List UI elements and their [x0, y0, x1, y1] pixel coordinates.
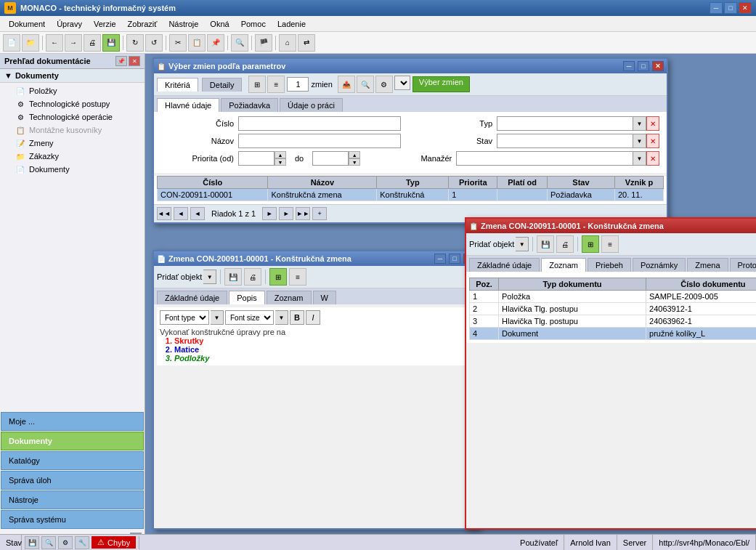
tab-udaje-o-praci[interactable]: Údaje o práci [280, 98, 343, 112]
cut-button[interactable]: ✂ [169, 34, 187, 52]
nav-katalogy[interactable]: Katalógy [1, 451, 144, 470]
typ-input[interactable] [497, 116, 633, 131]
doc-save-btn[interactable]: 💾 [224, 268, 242, 286]
stav-dropdown-btn[interactable]: ▼ [633, 134, 646, 148]
search-button[interactable]: 🔍 [231, 34, 248, 52]
priorita-od-up[interactable]: ▲ [275, 151, 286, 158]
copy-button[interactable]: 📋 [188, 34, 206, 52]
priorita-do-up[interactable]: ▲ [349, 151, 360, 158]
chg-table-row-2[interactable]: 2 Hlavička Tlg. postupu 24063912-1 [470, 303, 757, 315]
tree-item-montazne[interactable]: 📋 Montážne kusovníky [0, 124, 145, 137]
font-size-dropdown[interactable]: ▼ [275, 310, 288, 325]
doc-tab-zoznam[interactable]: Zoznam [267, 291, 312, 304]
menu-upravy[interactable]: Úpravy [51, 16, 88, 31]
nazov-input[interactable] [238, 134, 401, 148]
manazer-clear-btn[interactable]: ✕ [646, 151, 659, 166]
last-btn[interactable]: ►► [296, 207, 310, 220]
manazer-dropdown-btn[interactable]: ▼ [633, 151, 646, 166]
add-object-dropdown[interactable]: ▼ [203, 270, 216, 284]
font-type-select[interactable]: Font type [160, 310, 209, 325]
filter-btn[interactable]: 🔍 [357, 76, 374, 93]
menu-dokument[interactable]: Dokument [3, 16, 51, 31]
list-view-btn[interactable]: ≡ [267, 76, 285, 93]
table-row[interactable]: CON-200911-00001 Konštrukčná zmena Konšt… [158, 189, 664, 201]
grid-view-btn[interactable]: ⊞ [248, 76, 266, 93]
doc-tab-w[interactable]: W [313, 291, 336, 304]
editor-content-area[interactable]: Vykonať konštrukčné úpravy pre na Skrutk… [160, 328, 472, 363]
menu-pomoc[interactable]: Pomoc [235, 16, 272, 31]
close-button[interactable]: ✕ [739, 2, 752, 14]
typ-clear-btn[interactable]: ✕ [646, 116, 659, 131]
italic-btn[interactable]: I [306, 310, 320, 325]
chg-tab-zoznam[interactable]: Zoznam [541, 258, 586, 272]
close-panel-button[interactable]: ✕ [129, 56, 140, 66]
chg-add-object-dropdown[interactable]: ▼ [516, 237, 529, 251]
doc-print-btn[interactable]: 🖨 [244, 268, 261, 286]
save-button[interactable]: 💾 [102, 34, 120, 52]
status-icon-3[interactable]: ⚙ [58, 536, 73, 549]
priorita-do-down[interactable]: ▼ [349, 158, 360, 166]
sel-window-close[interactable]: ✕ [652, 61, 664, 71]
minimize-button[interactable]: ─ [710, 2, 723, 14]
cislo-input[interactable] [238, 116, 401, 131]
tab-hlavne-udaje[interactable]: Hlavné údaje [157, 98, 219, 112]
tree-item-polozky[interactable]: 📄 Položky [0, 84, 145, 97]
chg-tab-protokol[interactable]: Protokol [730, 258, 756, 272]
chg-table-row-3[interactable]: 3 Hlavička Tlg. postupu 24063962-1 [470, 315, 757, 328]
status-icon-2[interactable]: 🔍 [41, 536, 56, 549]
next-next-btn[interactable]: ► [279, 207, 293, 220]
count-input[interactable] [287, 77, 309, 92]
menu-ladenie[interactable]: Ladenie [272, 16, 312, 31]
chg-tab-zmena[interactable]: Zmena [687, 258, 728, 272]
priorita-od-down[interactable]: ▼ [275, 158, 286, 166]
prev-prev-btn[interactable]: ◄ [174, 207, 188, 220]
nav-dokumenty[interactable]: Dokumenty [1, 432, 144, 450]
priorita-od-input[interactable] [238, 151, 275, 166]
tab-detaily[interactable]: Detaily [202, 78, 243, 92]
chyby-btn[interactable]: ⚠ Chyby [92, 536, 136, 549]
flag-button[interactable]: 🏴 [255, 34, 272, 52]
chg-list-btn[interactable]: ≡ [601, 235, 619, 253]
nav-sprava-uloh[interactable]: Správa úloh [1, 471, 144, 490]
view-select[interactable] [394, 76, 410, 90]
stav-clear-btn[interactable]: ✕ [646, 134, 659, 148]
sel-window-maximize[interactable]: □ [638, 61, 649, 71]
nav-moje[interactable]: Moje ... [1, 412, 144, 431]
doc-list-btn[interactable]: ≡ [289, 268, 306, 286]
menu-nastroje[interactable]: Nástroje [163, 16, 204, 31]
doc-tab-popis[interactable]: Popis [229, 291, 265, 304]
menu-okna[interactable]: Okná [204, 16, 235, 31]
export-btn[interactable]: 📤 [338, 76, 355, 93]
menu-verzie[interactable]: Verzie [88, 16, 122, 31]
font-type-dropdown[interactable]: ▼ [211, 310, 224, 325]
tree-item-zakazky[interactable]: 📁 Zákazky [0, 150, 145, 163]
first-btn[interactable]: ◄◄ [157, 207, 171, 220]
chg-tab-priebeh[interactable]: Priebeh [588, 258, 631, 272]
menu-zobrazit[interactable]: Zobraziť [122, 16, 163, 31]
chg-print-btn[interactable]: 🖨 [556, 235, 574, 253]
prev-btn[interactable]: ◄ [190, 207, 205, 220]
manazer-input[interactable] [456, 151, 633, 166]
priorita-do-input[interactable] [312, 151, 349, 166]
tree-item-tech-postupy[interactable]: ⚙ Technologické postupy [0, 97, 145, 110]
next-btn[interactable]: ► [262, 207, 277, 220]
chg-tab-poznamky[interactable]: Poznámky [633, 258, 686, 272]
new-button[interactable]: 📄 [3, 34, 20, 52]
vybor-zmien-btn[interactable]: Výber zmien [412, 76, 470, 92]
print-button[interactable]: 🖨 [84, 34, 101, 52]
typ-dropdown-btn[interactable]: ▼ [633, 116, 646, 131]
settings-btn[interactable]: ⚙ [375, 76, 393, 93]
doc-grid-btn[interactable]: ⊞ [269, 268, 287, 286]
paste-button[interactable]: 📌 [207, 34, 224, 52]
tab-poziadavka[interactable]: Požiadavka [221, 98, 278, 112]
undo-button[interactable]: ↺ [145, 34, 163, 52]
bold-btn[interactable]: B [290, 310, 304, 325]
status-icon-4[interactable]: 🔧 [75, 536, 89, 549]
forward-button[interactable]: → [65, 34, 82, 52]
tree-item-zmeny[interactable]: 📝 Zmeny [0, 137, 145, 150]
doc-window-maximize[interactable]: □ [449, 254, 460, 264]
tab-kriteria[interactable]: Kritériá [157, 78, 198, 92]
maximize-button[interactable]: □ [724, 2, 737, 14]
chg-save-btn[interactable]: 💾 [537, 235, 554, 253]
stav-input[interactable] [497, 134, 633, 148]
